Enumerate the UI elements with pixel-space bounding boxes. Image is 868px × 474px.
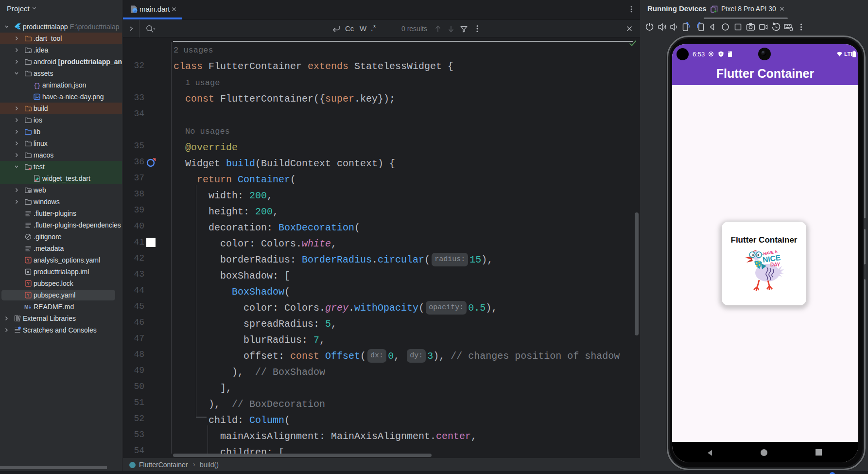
svg-text:{}: {} bbox=[34, 83, 40, 89]
svg-text:*: * bbox=[29, 108, 31, 113]
svg-text:M: M bbox=[24, 304, 28, 310]
svg-text:*: * bbox=[29, 50, 31, 54]
svg-text:DAY: DAY bbox=[770, 262, 781, 267]
